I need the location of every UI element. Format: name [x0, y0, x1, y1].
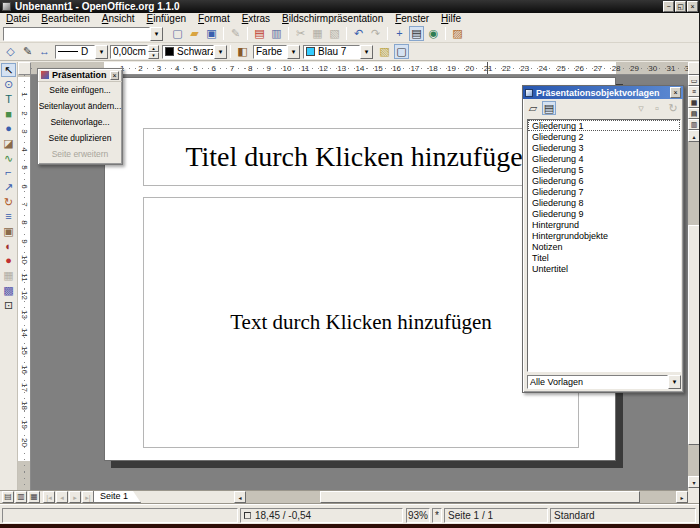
- horizontal-scrollbar[interactable]: [246, 491, 676, 503]
- open-document-button[interactable]: ▰: [187, 26, 202, 41]
- export-pdf-button[interactable]: ▤: [252, 26, 267, 41]
- rectangle-button[interactable]: ■: [1, 107, 16, 121]
- popup-item-seitenlayout-ändern[interactable]: Seitenlayout ändern...: [38, 98, 122, 114]
- graphics-styles-button[interactable]: ▱: [526, 101, 540, 115]
- stylist-button[interactable]: ▤: [409, 26, 424, 41]
- paste-button[interactable]: ▧: [327, 26, 342, 41]
- next-page-button[interactable]: ▸: [69, 491, 81, 503]
- popup-item-seite-einfügen[interactable]: Seite einfügen...: [38, 82, 122, 98]
- hscroll-right-icon[interactable]: ▸: [676, 491, 688, 503]
- menu-hilfe[interactable]: Hilfe: [435, 13, 467, 25]
- rotate-button[interactable]: ↻: [1, 195, 16, 209]
- gallery-button[interactable]: ▨: [450, 26, 465, 41]
- save-document-button[interactable]: ▣: [204, 26, 219, 41]
- text-button[interactable]: T: [1, 92, 16, 106]
- fill-format-mode-button[interactable]: ▿: [634, 101, 648, 115]
- spin-up-icon[interactable]: ▴: [148, 45, 159, 52]
- style-item-gliederung-4[interactable]: Gliederung 4: [528, 153, 680, 164]
- fill-type-dropdown-icon[interactable]: ▾: [287, 45, 300, 59]
- menu-fenster[interactable]: Fenster: [389, 13, 435, 25]
- page-tab[interactable]: Seite 1: [93, 491, 141, 503]
- document-combo-input[interactable]: [3, 27, 150, 41]
- connector-button[interactable]: ⌐: [1, 166, 16, 180]
- fill-color-dropdown-icon[interactable]: ▾: [360, 45, 373, 59]
- style-item-hintergrundobjekte[interactable]: Hintergrundobjekte: [528, 230, 680, 241]
- menu-datei[interactable]: Datei: [0, 13, 35, 25]
- popup-item-seite-duplizieren[interactable]: Seite duplizieren: [38, 130, 122, 146]
- close-button[interactable]: ×: [687, 1, 698, 12]
- redo-button[interactable]: ↷: [368, 26, 383, 41]
- menu-extras[interactable]: Extras: [236, 13, 276, 25]
- style-item-gliederung-2[interactable]: Gliederung 2: [528, 131, 680, 142]
- presentation-styles-button[interactable]: ▤: [542, 101, 556, 115]
- presentation-popup-titlebar[interactable]: Präsentation ×: [38, 69, 122, 82]
- horizontal-scrollbar-thumb[interactable]: [320, 491, 640, 503]
- new-style-button[interactable]: ▫: [650, 101, 664, 115]
- menu-bearbeiten[interactable]: Bearbeiten: [35, 13, 95, 25]
- last-page-button[interactable]: ▸|: [82, 491, 94, 503]
- menu-bildschirmpräsentation[interactable]: Bildschirmpräsentation: [276, 13, 389, 25]
- stylist-titlebar[interactable]: Präsentationsobjektvorlagen ×: [523, 86, 683, 99]
- document-combo[interactable]: ▾: [3, 27, 163, 41]
- alignment-button[interactable]: ≡: [1, 210, 16, 224]
- effects-button[interactable]: ●: [1, 254, 16, 268]
- popup-item-seitenvorlage[interactable]: Seitenvorlage...: [38, 114, 122, 130]
- page-mode-button[interactable]: ▤: [2, 491, 14, 503]
- status-zoom-field[interactable]: 93%: [406, 508, 430, 523]
- horizontal-ruler[interactable]: 1234567891011121314151617181920212223242…: [31, 62, 688, 75]
- style-item-gliederung-1[interactable]: Gliederung 1: [528, 120, 680, 131]
- stylist-filter-combo[interactable]: Alle Vorlagen ▾: [527, 375, 681, 389]
- line-color-dropdown-icon[interactable]: ▾: [214, 45, 227, 59]
- hscroll-left-icon[interactable]: ◂: [234, 491, 246, 503]
- line-style-dropdown-icon[interactable]: ▾: [95, 45, 108, 59]
- slideshow-button[interactable]: ⊡: [1, 298, 16, 312]
- minimize-button[interactable]: −: [663, 1, 674, 12]
- style-item-gliederung-5[interactable]: Gliederung 5: [528, 164, 680, 175]
- curve-button[interactable]: ∿: [1, 151, 16, 165]
- insert-button[interactable]: ◐: [1, 239, 16, 253]
- style-item-notizen[interactable]: Notizen: [528, 241, 680, 252]
- line-dialog-button[interactable]: ✎: [20, 44, 35, 59]
- fill-type-combo[interactable]: Farbe ▾: [253, 45, 300, 59]
- zoom-button[interactable]: ⊙: [1, 78, 16, 92]
- shadow-button[interactable]: ▧: [377, 44, 392, 59]
- style-item-gliederung-3[interactable]: Gliederung 3: [528, 142, 680, 153]
- vertical-ruler[interactable]: 1234567891011121314151617181920: [18, 75, 31, 490]
- style-item-gliederung-9[interactable]: Gliederung 9: [528, 208, 680, 219]
- style-item-hintergrund[interactable]: Hintergrund: [528, 219, 680, 230]
- line-width-value[interactable]: 0,00cm: [110, 45, 148, 59]
- master-mode-button[interactable]: ▥: [15, 491, 27, 503]
- hyperlink-button[interactable]: ◉: [426, 26, 441, 41]
- update-style-button[interactable]: ↻: [666, 101, 680, 115]
- arrange-button[interactable]: ▣: [1, 225, 16, 239]
- previous-page-button[interactable]: ◂: [56, 491, 68, 503]
- select-button[interactable]: ↖: [1, 63, 16, 77]
- style-item-gliederung-7[interactable]: Gliederung 7: [528, 186, 680, 197]
- objects-3d-button[interactable]: ◪: [1, 136, 16, 150]
- menu-einfügen[interactable]: Einfügen: [141, 13, 192, 25]
- menu-format[interactable]: Format: [192, 13, 236, 25]
- area-style-button[interactable]: ◧: [235, 44, 250, 59]
- line-width-spinner[interactable]: ▴▾: [148, 45, 159, 59]
- arrow-style-button[interactable]: ↔: [37, 44, 52, 59]
- style-item-gliederung-8[interactable]: Gliederung 8: [528, 197, 680, 208]
- undo-button[interactable]: ↶: [351, 26, 366, 41]
- line-width-field[interactable]: 0,00cm ▴▾: [110, 45, 159, 59]
- stylist-filter-dropdown-icon[interactable]: ▾: [668, 375, 681, 389]
- title-bar[interactable]: Unbenannt1 - OpenOffice.org 1.1.0 −◱×: [0, 0, 700, 13]
- lines-arrows-button[interactable]: ↗: [1, 181, 16, 195]
- menu-ansicht[interactable]: Ansicht: [96, 13, 141, 25]
- cut-button[interactable]: ✂: [293, 26, 308, 41]
- line-color-combo[interactable]: Schwarz ▾: [162, 45, 227, 59]
- style-item-untertitel[interactable]: Untertitel: [528, 263, 680, 274]
- first-page-button[interactable]: |◂: [43, 491, 55, 503]
- interaction-button[interactable]: ▦: [1, 269, 16, 283]
- controller-3d-button[interactable]: ▩: [1, 283, 16, 297]
- copy-button[interactable]: ▦: [310, 26, 325, 41]
- title-placeholder[interactable]: Titel durch Klicken hinzufügen: [143, 128, 579, 186]
- fill-color-combo[interactable]: Blau 7 ▾: [303, 45, 373, 59]
- combo-dropdown-icon[interactable]: ▾: [150, 27, 163, 41]
- body-placeholder[interactable]: Text durch Klicken hinzufügen: [143, 197, 579, 448]
- new-document-button[interactable]: ▢: [170, 26, 185, 41]
- edit-file-button[interactable]: ✎: [228, 26, 243, 41]
